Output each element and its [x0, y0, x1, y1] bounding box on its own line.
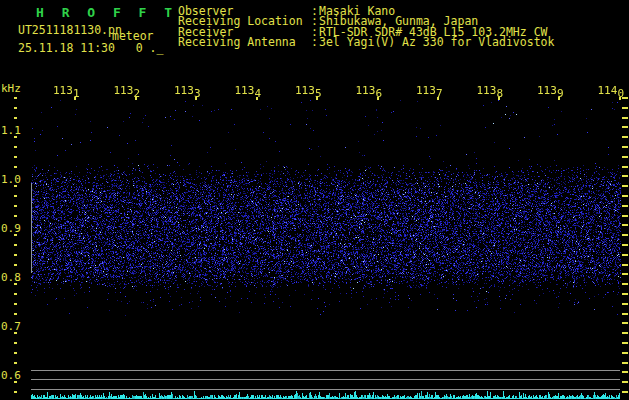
y-axis-minor-tick [14, 342, 17, 344]
right-axis-tick [622, 234, 628, 236]
y-axis-minor-tick [14, 146, 17, 148]
y-axis-minor-tick [14, 185, 17, 187]
y-axis-unit-label: kHz [1, 83, 21, 94]
x-axis-tick-label: 1140 [598, 84, 625, 97]
x-axis-tick-mark [316, 97, 318, 100]
x-axis-tick-mark [558, 97, 560, 100]
y-axis-minor-tick [14, 362, 17, 364]
right-axis-tick [622, 117, 628, 119]
x-axis-tick-label: 1135 [295, 84, 322, 97]
x-axis-tick-mark [135, 97, 137, 100]
x-axis-tick-mark [74, 97, 76, 100]
right-axis-tick [622, 215, 628, 217]
right-axis-tick [622, 381, 628, 383]
y-axis-minor-tick [14, 234, 17, 236]
y-axis-tick-label: 0.9 [1, 222, 21, 235]
x-axis-tick-label: 1138 [477, 84, 504, 97]
right-axis-tick [622, 371, 628, 373]
y-axis-tick-label: 1.0 [1, 173, 21, 186]
y-axis-minor-tick [14, 381, 17, 383]
y-axis-minor-tick [14, 254, 17, 256]
y-axis-minor-tick [14, 195, 17, 197]
datetime-status-line: 25.11.18 11:30 0 ._ [18, 43, 163, 54]
y-axis-minor-tick [14, 303, 17, 305]
right-axis-tick [622, 156, 628, 158]
x-axis-tick-label: 1131 [53, 84, 80, 97]
right-axis-tick [622, 107, 628, 109]
x-axis-tick-mark [377, 97, 379, 100]
right-axis-tick [622, 332, 628, 334]
y-axis-tick-label: 0.7 [1, 320, 21, 333]
right-axis-tick [622, 352, 628, 354]
right-axis-tick [622, 205, 628, 207]
hrofft-window: H R O F F T UT2511181130.pn meteor 25.11… [0, 0, 629, 400]
right-axis-tick [622, 195, 628, 197]
right-axis-tick [622, 254, 628, 256]
x-axis-tick-mark [619, 97, 621, 100]
right-axis-tick [622, 97, 628, 99]
x-axis-tick-label: 1133 [174, 84, 201, 97]
y-axis-tick-label: 0.6 [1, 369, 21, 382]
x-axis-tick-mark [498, 97, 500, 100]
y-axis-minor-tick [14, 156, 17, 158]
app-title: H R O F F T [36, 7, 177, 18]
field-label: Receiving Antenna [178, 37, 311, 47]
y-axis-minor-tick [14, 205, 17, 207]
x-axis-tick-mark [256, 97, 258, 100]
y-axis-tick-label: 1.1 [1, 124, 21, 137]
spectrogram-canvas [31, 96, 621, 400]
x-axis-tick-label: 1137 [416, 84, 443, 97]
right-axis-tick [622, 283, 628, 285]
x-axis-tick-label: 1134 [235, 84, 262, 97]
station-field-row: Receiving Antenna:3el Yagi(V) Az 330 for… [178, 37, 554, 47]
right-axis-tick [622, 146, 628, 148]
right-axis-tick [622, 224, 628, 226]
right-axis-tick [622, 264, 628, 266]
y-axis-minor-tick [14, 352, 17, 354]
field-value: 3el Yagi(V) Az 330 for Vladivostok [319, 37, 554, 47]
x-axis-tick-label: 1136 [356, 84, 383, 97]
y-axis-minor-tick [14, 264, 17, 266]
right-axis-tick [622, 185, 628, 187]
right-axis-tick [622, 166, 628, 168]
x-axis-tick-label: 1132 [114, 84, 141, 97]
right-axis-tick [622, 273, 628, 275]
station-info-fields: Observer:Masaki KanoReceiving Location:S… [178, 6, 554, 47]
right-axis-tick [622, 293, 628, 295]
y-axis-minor-tick [14, 391, 17, 393]
y-axis-minor-tick [14, 97, 17, 99]
x-axis-tick-mark [195, 97, 197, 100]
y-axis-minor-tick [14, 136, 17, 138]
right-axis-tick [622, 175, 628, 177]
right-axis-tick [622, 244, 628, 246]
right-axis-tick [622, 136, 628, 138]
y-axis-tick-label: 0.8 [1, 271, 21, 284]
filename-label: UT2511181130.pn [18, 25, 122, 36]
right-axis-tick [622, 362, 628, 364]
y-axis-minor-tick [14, 293, 17, 295]
y-axis-minor-tick [14, 215, 17, 217]
x-axis-tick-mark [437, 97, 439, 100]
y-axis-minor-tick [14, 244, 17, 246]
right-axis-tick [622, 322, 628, 324]
y-axis-minor-tick [14, 283, 17, 285]
right-axis-tick [622, 303, 628, 305]
y-axis-minor-tick [14, 117, 17, 119]
right-axis-tick [622, 391, 628, 393]
right-axis-tick [622, 342, 628, 344]
right-axis-tick [622, 126, 628, 128]
x-axis-tick-label: 1139 [537, 84, 564, 97]
y-axis-minor-tick [14, 313, 17, 315]
y-axis-minor-tick [14, 107, 17, 109]
y-axis-minor-tick [14, 166, 17, 168]
field-separator: : [311, 37, 319, 47]
y-axis-minor-tick [14, 332, 17, 334]
right-axis-tick [622, 313, 628, 315]
